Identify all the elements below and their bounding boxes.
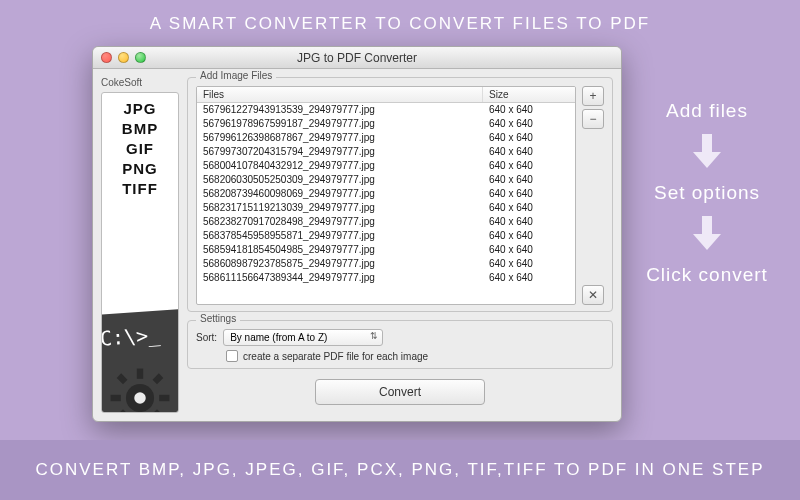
sort-select[interactable]: By name (from A to Z): [223, 329, 383, 346]
table-row[interactable]: 568608987923785875_294979777.jpg640 x 64…: [197, 257, 575, 271]
svg-rect-2: [137, 369, 143, 379]
arrow-down-icon: [693, 134, 721, 168]
table-row[interactable]: 568206030505250309_294979777.jpg640 x 64…: [197, 173, 575, 187]
cell-filename: 567996126398687867_294979777.jpg: [197, 131, 483, 145]
files-group-label: Add Image Files: [196, 70, 276, 81]
cell-filename: 568231715119213039_294979777.jpg: [197, 201, 483, 215]
cell-size: 640 x 640: [483, 173, 575, 187]
formats-list: JPG BMP GIF PNG TIFF: [102, 99, 178, 199]
table-row[interactable]: 568594181854504985_294979777.jpg640 x 64…: [197, 243, 575, 257]
main-panel: Add Image Files Files Size 5679612279439…: [187, 77, 613, 413]
table-row[interactable]: 567961227943913539_294979777.jpg640 x 64…: [197, 103, 575, 117]
table-row[interactable]: 567996126398687867_294979777.jpg640 x 64…: [197, 131, 575, 145]
step-set-options: Set options: [654, 182, 760, 204]
titlebar: JPG to PDF Converter: [93, 47, 621, 69]
convert-button[interactable]: Convert: [315, 379, 485, 405]
table-row[interactable]: 568004107840432912_294979777.jpg640 x 64…: [197, 159, 575, 173]
cell-size: 640 x 640: [483, 117, 575, 131]
svg-point-1: [134, 392, 146, 404]
brand-label: CokeSoft: [101, 77, 179, 88]
cell-filename: 568206030505250309_294979777.jpg: [197, 173, 483, 187]
cell-size: 640 x 640: [483, 243, 575, 257]
window-title: JPG to PDF Converter: [93, 51, 621, 65]
col-files[interactable]: Files: [197, 87, 483, 102]
separate-pdf-checkbox[interactable]: [226, 350, 238, 362]
table-row[interactable]: 568611156647389344_294979777.jpg640 x 64…: [197, 271, 575, 285]
sort-label: Sort:: [196, 332, 217, 343]
svg-rect-5: [159, 395, 169, 401]
table-side-buttons: + − ✕: [582, 86, 604, 305]
minimize-icon[interactable]: [118, 52, 129, 63]
settings-group: Settings Sort: By name (from A to Z) cre…: [187, 320, 613, 369]
close-icon[interactable]: [101, 52, 112, 63]
table-header: Files Size: [197, 87, 575, 103]
table-row[interactable]: 568231715119213039_294979777.jpg640 x 64…: [197, 201, 575, 215]
cell-filename: 567961227943913539_294979777.jpg: [197, 103, 483, 117]
sidebar: CokeSoft JPG BMP GIF PNG TIFF C:\>_: [101, 77, 179, 413]
arrow-down-icon: [693, 216, 721, 250]
clear-files-button[interactable]: ✕: [582, 285, 604, 305]
step-add-files: Add files: [666, 100, 748, 122]
steps-panel: Add files Set options Click convert: [642, 100, 772, 286]
cell-size: 640 x 640: [483, 215, 575, 229]
zoom-icon[interactable]: [135, 52, 146, 63]
table-row[interactable]: 568208739460098069_294979777.jpg640 x 64…: [197, 187, 575, 201]
sidebar-artwork: JPG BMP GIF PNG TIFF C:\>_: [101, 92, 179, 413]
remove-file-button[interactable]: −: [582, 109, 604, 129]
cell-size: 640 x 640: [483, 229, 575, 243]
window-content: CokeSoft JPG BMP GIF PNG TIFF C:\>_ Add …: [93, 69, 621, 421]
svg-rect-4: [111, 395, 121, 401]
gear-icon: [108, 366, 172, 413]
format-item: BMP: [102, 119, 178, 139]
cell-size: 640 x 640: [483, 159, 575, 173]
format-item: PNG: [102, 159, 178, 179]
svg-rect-8: [152, 373, 163, 384]
cell-size: 640 x 640: [483, 187, 575, 201]
add-file-button[interactable]: +: [582, 86, 604, 106]
format-item: GIF: [102, 139, 178, 159]
format-item: TIFF: [102, 179, 178, 199]
footer-text: CONVERT BMP, JPG, JPEG, GIF, PCX, PNG, T…: [0, 440, 800, 500]
headline: A SMART CONVERTER TO CONVERT FILES TO PD…: [0, 0, 800, 34]
table-row[interactable]: 567961978967599187_294979777.jpg640 x 64…: [197, 117, 575, 131]
separate-pdf-label: create a separate PDF file for each imag…: [243, 351, 428, 362]
table-row[interactable]: 568378545958955871_294979777.jpg640 x 64…: [197, 229, 575, 243]
cell-filename: 567997307204315794_294979777.jpg: [197, 145, 483, 159]
step-click-convert: Click convert: [646, 264, 768, 286]
settings-group-label: Settings: [196, 313, 240, 324]
table-body[interactable]: 567961227943913539_294979777.jpg640 x 64…: [197, 103, 575, 304]
cell-filename: 568208739460098069_294979777.jpg: [197, 187, 483, 201]
svg-rect-9: [117, 409, 128, 413]
svg-rect-7: [152, 409, 163, 413]
cell-filename: 568608987923785875_294979777.jpg: [197, 257, 483, 271]
svg-rect-6: [117, 373, 128, 384]
cell-filename: 567961978967599187_294979777.jpg: [197, 117, 483, 131]
table-row[interactable]: 568238270917028498_294979777.jpg640 x 64…: [197, 215, 575, 229]
cell-filename: 568378545958955871_294979777.jpg: [197, 229, 483, 243]
cell-size: 640 x 640: [483, 271, 575, 285]
cell-size: 640 x 640: [483, 131, 575, 145]
cell-size: 640 x 640: [483, 103, 575, 117]
format-item: JPG: [102, 99, 178, 119]
cell-size: 640 x 640: [483, 257, 575, 271]
table-row[interactable]: 567997307204315794_294979777.jpg640 x 64…: [197, 145, 575, 159]
traffic-lights: [101, 52, 146, 63]
col-size[interactable]: Size: [483, 87, 575, 102]
app-window: JPG to PDF Converter CokeSoft JPG BMP GI…: [92, 46, 622, 422]
cell-size: 640 x 640: [483, 145, 575, 159]
cell-filename: 568238270917028498_294979777.jpg: [197, 215, 483, 229]
cell-filename: 568004107840432912_294979777.jpg: [197, 159, 483, 173]
cell-filename: 568594181854504985_294979777.jpg: [197, 243, 483, 257]
cell-size: 640 x 640: [483, 201, 575, 215]
files-table[interactable]: Files Size 567961227943913539_294979777.…: [196, 86, 576, 305]
files-group: Add Image Files Files Size 5679612279439…: [187, 77, 613, 312]
cell-filename: 568611156647389344_294979777.jpg: [197, 271, 483, 285]
